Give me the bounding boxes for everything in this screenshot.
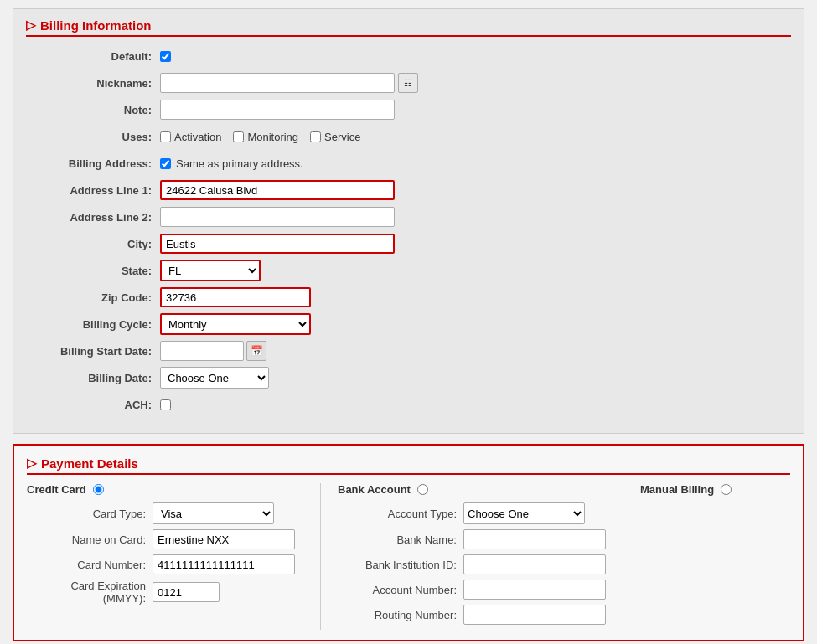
- account-number-input[interactable]: [463, 580, 606, 600]
- credit-card-radio[interactable]: [93, 484, 104, 495]
- card-number-input[interactable]: [153, 554, 295, 574]
- card-type-label: Card Type:: [27, 507, 153, 520]
- name-on-card-input[interactable]: [153, 529, 295, 549]
- routing-number-input[interactable]: [463, 605, 606, 625]
- zip-input[interactable]: [160, 287, 311, 307]
- default-checkbox[interactable]: [160, 51, 171, 62]
- note-input[interactable]: [160, 100, 395, 120]
- card-expiration-input[interactable]: [153, 582, 220, 602]
- address1-input[interactable]: [160, 180, 395, 200]
- bank-account-radio[interactable]: [417, 484, 428, 495]
- bank-account-label: Bank Account: [338, 483, 411, 496]
- account-number-label: Account Number:: [338, 584, 463, 596]
- billing-date-label: Billing Date:: [26, 372, 160, 384]
- billing-section-title: ▷ Billing Information: [26, 18, 791, 37]
- routing-number-label: Routing Number:: [338, 609, 463, 621]
- divider-1: [320, 483, 321, 630]
- billing-cycle-select[interactable]: Monthly Quarterly Annual: [160, 313, 311, 335]
- payment-section-title: ▷ Payment Details: [27, 456, 790, 475]
- state-label: State:: [26, 265, 160, 277]
- institution-id-input[interactable]: [463, 554, 606, 574]
- uses-label: Uses:: [26, 131, 160, 143]
- manual-billing-radio[interactable]: [721, 484, 732, 495]
- billing-date-select[interactable]: Choose One 12345 678910 152025: [160, 367, 269, 389]
- card-expiration-label: Card Expiration (MMYY):: [27, 580, 153, 605]
- uses-service-label: Service: [324, 131, 360, 143]
- address1-label: Address Line 1:: [26, 184, 160, 197]
- divider-2: [623, 483, 623, 630]
- billing-address-checkbox[interactable]: [160, 158, 171, 169]
- payment-icon: ▷: [27, 456, 37, 471]
- card-number-label: Card Number:: [27, 559, 153, 571]
- uses-activation-checkbox[interactable]: [160, 131, 171, 142]
- calendar-icon[interactable]: 📅: [246, 341, 266, 361]
- nickname-icon: ☷: [398, 73, 418, 93]
- account-type-label: Account Type:: [338, 507, 463, 520]
- billing-icon: ▷: [26, 18, 36, 33]
- default-label: Default:: [26, 50, 160, 63]
- billing-cycle-label: Billing Cycle:: [26, 318, 160, 331]
- name-on-card-label: Name on Card:: [27, 533, 153, 546]
- institution-id-label: Bank Institution ID:: [338, 559, 463, 571]
- address2-label: Address Line 2:: [26, 211, 160, 224]
- uses-activation-label: Activation: [174, 131, 221, 143]
- billing-start-label: Billing Start Date:: [26, 345, 160, 358]
- uses-service-checkbox[interactable]: [310, 131, 321, 142]
- state-select[interactable]: ALAKAZARCA COCTDEFLGA HIIDILINIA KSKYLAM…: [160, 260, 261, 281]
- billing-address-same-label: Same as primary address.: [176, 157, 303, 170]
- billing-start-input[interactable]: [160, 341, 244, 361]
- bank-name-label: Bank Name:: [338, 533, 463, 546]
- card-type-select[interactable]: Visa Mastercard Amex Discover: [153, 502, 274, 524]
- nickname-input[interactable]: [160, 73, 395, 93]
- address2-input[interactable]: [160, 207, 395, 227]
- manual-billing-label: Manual Billing: [640, 483, 714, 496]
- city-input[interactable]: [160, 234, 395, 254]
- bank-name-input[interactable]: [463, 529, 606, 549]
- nickname-label: Nickname:: [26, 77, 160, 90]
- city-label: City:: [26, 238, 160, 250]
- uses-monitoring-checkbox[interactable]: [233, 131, 244, 142]
- credit-card-label: Credit Card: [27, 483, 86, 496]
- ach-label: ACH:: [26, 399, 160, 411]
- note-label: Note:: [26, 104, 160, 116]
- zip-label: Zip Code:: [26, 291, 160, 304]
- uses-monitoring-label: Monitoring: [247, 131, 298, 143]
- ach-checkbox[interactable]: [160, 399, 171, 410]
- billing-address-label: Billing Address:: [26, 157, 160, 170]
- account-type-select[interactable]: Choose One Checking Savings: [463, 502, 585, 524]
